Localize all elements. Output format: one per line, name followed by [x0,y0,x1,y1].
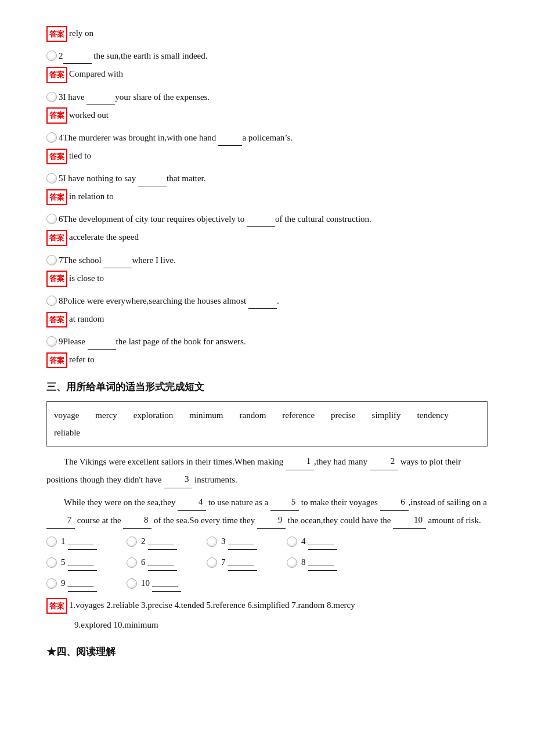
blank8: 8 [123,511,151,529]
answer-badge-q7: 答案 [46,271,67,286]
q6-answer: 答案accelerate the speed [46,229,488,246]
q4-answer-text: tied to [69,151,91,160]
blank1: 1 [286,452,314,470]
opt2-blank: ______ [148,534,177,550]
option-9: 9 ______ [46,575,116,592]
radio-opt6[interactable] [127,557,137,568]
opt6-num: 6 [141,555,146,570]
options-row3: 9 ______ 10 ______ [46,575,488,592]
passage-paragraph2: While they were on the sea,they 4 to use… [46,493,488,529]
opt9-num: 9 [61,575,66,591]
answer-badge-q5: 答案 [46,189,67,205]
q3-question: 3I have your share of the expenses. [46,89,488,105]
blank3: 3 [164,470,192,488]
section4-title: ★四、阅读理解 [46,643,488,661]
options-row2: 5 ______ 6 ______ 7 ______ 8 ______ [46,555,488,571]
options-row1: 1 ______ 2 ______ 3 ______ 4 ______ [46,534,488,550]
q2-question: 2 the sun,the earth is small indeed. [46,48,488,64]
radio-q9[interactable] [46,336,57,347]
opt7-blank: ______ [228,555,257,571]
radio-opt5[interactable] [46,557,57,568]
word-mercy: mercy [95,406,117,424]
q8-text: 8Police were everywhere,searching the ho… [59,293,279,309]
radio-q2[interactable] [46,51,57,61]
radio-q7[interactable] [46,255,57,265]
opt10-num: 10 [141,575,150,591]
word-precise: precise [331,406,355,424]
opt5-blank: ______ [68,555,97,571]
q8-answer-text: at random [69,314,104,323]
q5-answer: 答案in relation to [46,189,488,205]
radio-opt4[interactable] [287,537,297,547]
blank9: 9 [257,511,286,529]
answer-badge-q9: 答案 [46,352,67,368]
word-random: random [239,406,266,424]
option-7: 7 ______ [207,555,276,571]
opt3-num: 3 [221,534,226,549]
q9-answer-text: refer to [69,355,95,364]
opt3-blank: ______ [228,534,257,550]
answer-badge-q1: 答案 [46,26,67,42]
option-4: 4 ______ [287,534,356,550]
option-1: 1 ______ [46,534,116,550]
q5-answer-text: in relation to [69,192,114,201]
blank7: 7 [46,511,75,529]
word-reference: reference [282,406,315,424]
blank10: 10 [393,511,426,529]
q3-answer: 答案worked out [46,107,488,124]
q2-text: the sun,the earth is small indeed. [92,48,208,64]
radio-opt2[interactable] [127,537,137,547]
radio-opt1[interactable] [46,537,57,547]
q8-question: 8Police were everywhere,searching the ho… [46,293,488,309]
radio-q6[interactable] [46,214,57,224]
answer-badge-q4: 答案 [46,149,67,164]
q6-text: 6The development of city tour requires o… [59,211,371,227]
answer-text-line1: 1.voyages 2.reliable 3.precise 4.tended … [69,600,355,610]
section3-title: 三、用所给单词的适当形式完成短文 [46,379,488,397]
radio-q3[interactable] [46,92,57,102]
passage-paragraph1: The Vikings were excellent sailors in th… [46,452,488,488]
opt9-blank: ______ [68,575,97,592]
blank4: 4 [178,493,206,511]
q7-answer: 答案is close to [46,271,488,287]
opt10-blank: ______ [152,575,181,592]
opt6-blank: ______ [148,555,177,571]
option-8: 8 ______ [287,555,356,571]
q2-answer: 答案Compared with [46,66,488,82]
q9-answer: 答案refer to [46,352,488,368]
q6-question: 6The development of city tour requires o… [46,211,488,227]
answer-badge-q2: 答案 [46,67,67,82]
option-6: 6 ______ [127,555,196,571]
opt1-blank: ______ [68,534,97,550]
radio-q4[interactable] [46,132,57,143]
opt4-num: 4 [301,534,306,549]
word-tendency: tendency [417,406,449,424]
word-simplify: simplify [372,406,401,424]
q1-answer-text: rely on [69,28,93,38]
radio-opt3[interactable] [207,537,217,547]
word-exploration: exploration [134,406,173,424]
option-5: 5 ______ [46,555,116,571]
q2-blank [63,48,92,64]
opt5-num: 5 [61,555,66,570]
q7-answer-text: is close to [69,273,104,283]
q4-text: 4The murderer was brought in,with one ha… [59,129,293,146]
q9-question: 9Please the last page of the book for an… [46,333,488,350]
word-box: voyage mercy exploration minimum random … [46,401,488,447]
radio-q5[interactable] [46,173,57,183]
radio-opt9[interactable] [46,578,57,589]
radio-opt7[interactable] [207,557,217,568]
opt8-num: 8 [301,555,306,570]
q9-text: 9Please the last page of the book for an… [59,333,246,350]
blank5: 5 [270,493,299,511]
word-reliable: reliable [54,424,80,441]
opt7-num: 7 [221,555,226,570]
radio-q8[interactable] [46,296,57,306]
opt1-num: 1 [61,534,66,549]
q3-text: 3I have your share of the expenses. [59,89,210,105]
radio-opt8[interactable] [287,557,297,568]
q2-num: 2 [59,48,63,64]
opt2-num: 2 [141,534,146,549]
radio-opt10[interactable] [127,578,137,589]
option-2: 2 ______ [127,534,196,550]
